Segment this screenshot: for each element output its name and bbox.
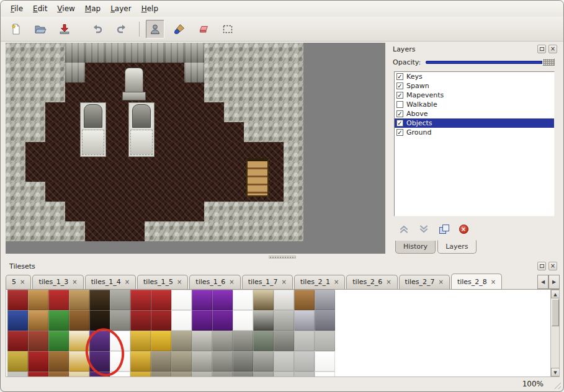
rock-tile[interactable] [204, 202, 224, 221]
floor-tile[interactable] [105, 182, 125, 202]
close-tab-icon[interactable]: × [229, 279, 234, 285]
floor-tile[interactable] [204, 162, 224, 182]
tile-statue-angel[interactable] [192, 351, 212, 372]
rock-tile[interactable] [145, 221, 164, 241]
rock-tile[interactable] [284, 221, 303, 241]
rock-tile[interactable] [264, 82, 284, 102]
tile-pot-red[interactable] [28, 351, 48, 372]
floor-tile[interactable] [204, 122, 224, 142]
rock-tile[interactable] [6, 63, 25, 82]
rock-tile[interactable] [164, 221, 184, 241]
layer-row-mapevents[interactable]: ✓Mapevents [395, 91, 554, 100]
floor-tile[interactable] [184, 182, 204, 202]
floor-tile[interactable] [184, 102, 204, 122]
tile-portrait[interactable] [253, 290, 274, 310]
cliff-tile[interactable] [164, 43, 184, 63]
floor-tile[interactable] [65, 162, 85, 182]
rock-tile[interactable] [65, 221, 85, 241]
rock-tile[interactable] [45, 63, 65, 82]
tileset-tab-tiles_1_4[interactable]: tiles_1_4× [85, 275, 136, 289]
rock-tile[interactable] [25, 43, 45, 63]
floor-tile[interactable] [164, 82, 184, 102]
floor-tile[interactable] [105, 63, 125, 82]
rock-tile[interactable] [264, 102, 284, 122]
scroll-down-icon[interactable]: ▼ [551, 368, 560, 376]
move-layer-down-button[interactable] [418, 223, 430, 235]
tile-throne-purple[interactable] [212, 290, 233, 310]
rock-tile[interactable] [224, 102, 244, 122]
tile-side-table[interactable] [69, 290, 89, 310]
rock-tile[interactable] [224, 202, 244, 221]
floor-tile[interactable] [224, 182, 244, 202]
menu-layer[interactable]: Layer [105, 2, 136, 16]
floor-tile[interactable] [224, 142, 244, 162]
rock-tile[interactable] [6, 102, 25, 122]
rock-tile[interactable] [244, 102, 264, 122]
tile-chain-gold[interactable] [130, 331, 151, 351]
layer-row-walkable[interactable]: Walkable [395, 100, 554, 109]
floor-tile[interactable] [145, 63, 164, 82]
move-layer-up-button[interactable] [398, 223, 410, 235]
layer-visibility-checkbox[interactable]: ✓ [396, 120, 403, 127]
rock-tile[interactable] [264, 122, 284, 142]
rock-tile[interactable] [224, 82, 244, 102]
tile-barrel[interactable] [48, 351, 69, 372]
rock-tile[interactable] [184, 221, 204, 241]
rock-tile[interactable] [6, 122, 25, 142]
tileset-tab-tiles_2_7[interactable]: tiles_2_7× [399, 275, 450, 289]
floor-tile[interactable] [85, 182, 105, 202]
floor-tile[interactable] [164, 102, 184, 122]
undo-button[interactable] [88, 20, 107, 38]
floor-tile[interactable] [125, 182, 145, 202]
layer-visibility-checkbox[interactable] [396, 101, 403, 108]
cliff-tile[interactable] [184, 63, 204, 82]
rock-tile[interactable] [224, 43, 244, 63]
close-dock-icon[interactable]: × [548, 262, 557, 270]
floor-tile[interactable] [45, 182, 65, 202]
tile-gargoyle[interactable] [212, 351, 233, 372]
floor-tile[interactable] [45, 162, 65, 182]
tile-loom[interactable] [28, 310, 48, 331]
floor-tile[interactable] [85, 63, 105, 82]
tile-loom[interactable] [28, 290, 48, 310]
floor-tile[interactable] [65, 202, 85, 221]
tile-throne-purple[interactable] [192, 290, 212, 310]
tile-statue-angel[interactable] [192, 331, 212, 351]
rock-tile[interactable] [6, 182, 25, 202]
tile-knight-statue[interactable] [315, 310, 335, 331]
floor-tile[interactable] [45, 142, 65, 162]
tile-obelisk[interactable] [253, 310, 274, 331]
cliff-tile[interactable] [85, 43, 105, 63]
layer-row-above[interactable]: ✓Above [395, 109, 554, 118]
cliff-tile[interactable] [65, 43, 85, 63]
rock-tile[interactable] [204, 63, 224, 82]
rock-tile[interactable] [284, 142, 303, 162]
horizontal-splitter[interactable] [1, 254, 563, 260]
tile-banner-red[interactable] [7, 290, 28, 310]
floor-tile[interactable] [125, 162, 145, 182]
floor-tile[interactable] [65, 82, 85, 102]
layer-row-objects[interactable]: ✓Objects [395, 118, 554, 128]
rock-tile[interactable] [25, 63, 45, 82]
resize-grip[interactable] [553, 381, 561, 389]
floor-tile[interactable] [105, 162, 125, 182]
floor-tile[interactable] [184, 82, 204, 102]
tile-banner-red[interactable] [7, 331, 28, 351]
rock-tile[interactable] [284, 202, 303, 221]
rock-tile[interactable] [264, 63, 284, 82]
delete-layer-button[interactable]: × [457, 223, 470, 235]
float-dock-icon[interactable] [537, 262, 546, 270]
floor-tile[interactable] [184, 202, 204, 221]
floor-tile[interactable] [25, 142, 45, 162]
menu-view[interactable]: View [52, 2, 79, 16]
float-dock-icon[interactable] [537, 45, 546, 53]
rock-tile[interactable] [25, 122, 45, 142]
floor-tile[interactable] [85, 162, 105, 182]
rock-tile[interactable] [25, 221, 45, 241]
floor-tile[interactable] [145, 202, 164, 221]
rock-tile[interactable] [284, 182, 303, 202]
floor-tile[interactable] [65, 182, 85, 202]
layer-row-spawn[interactable]: ✓Spawn [395, 81, 554, 91]
stamp-tool-button[interactable] [146, 20, 164, 38]
floor-tile[interactable] [145, 162, 164, 182]
